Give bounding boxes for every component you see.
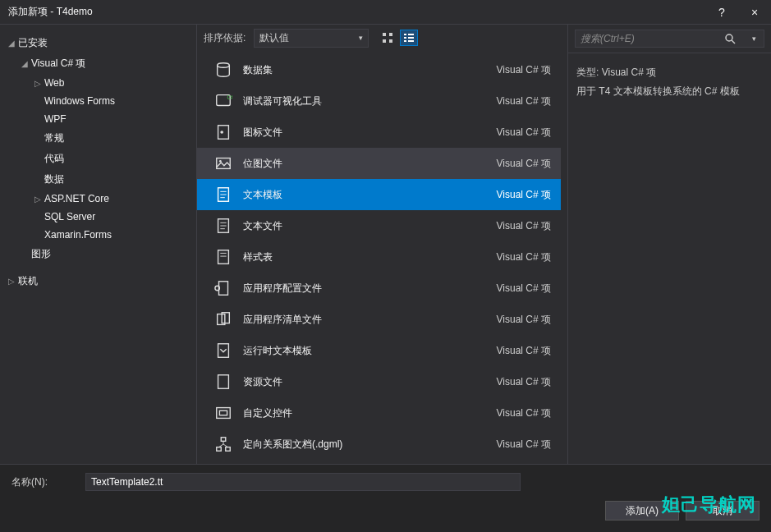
textfile-icon (210, 217, 236, 235)
dialog-footer: 名称(N): 添加(A) 取消 (0, 464, 771, 532)
template-suffix: Visual C# 项 (497, 94, 551, 108)
template-list[interactable]: 数据集Visual C# 项C#调试器可视化工具Visual C# 项图标文件V… (197, 51, 567, 464)
tree-label: Windows Forms (44, 95, 115, 107)
chevron-down-icon: ◢ (21, 59, 31, 68)
tree-visual-csharp[interactable]: ◢Visual C# 项 (0, 53, 196, 74)
template-item-appmanifest[interactable]: 应用程序清单文件Visual C# 项 (197, 304, 561, 335)
customctrl-icon (210, 404, 236, 422)
svg-rect-37 (217, 447, 222, 452)
close-button[interactable]: × (738, 0, 771, 25)
tree-label: 联机 (18, 274, 38, 288)
dataset-icon (210, 61, 236, 79)
list-icon (403, 32, 415, 44)
tree-wpf[interactable]: WPF (0, 110, 196, 128)
grid-icon (382, 32, 393, 44)
template-label: 位图文件 (243, 157, 497, 171)
svg-rect-35 (219, 410, 227, 415)
view-grid-button[interactable] (379, 30, 397, 46)
template-suffix: Visual C# 项 (497, 438, 551, 452)
tree-web[interactable]: ▷Web (0, 74, 196, 92)
svg-rect-8 (404, 40, 406, 42)
cancel-button[interactable]: 取消 (686, 501, 760, 521)
template-item-dbgviz[interactable]: C#调试器可视化工具Visual C# 项 (197, 85, 561, 117)
tree-online[interactable]: ▷联机 (0, 271, 196, 291)
view-mode-group (379, 30, 418, 46)
svg-point-14 (220, 131, 223, 134)
tree-aspnet[interactable]: ▷ASP.NET Core (0, 190, 196, 208)
tree-label: Visual C# 项 (31, 57, 85, 71)
tree-label: Web (44, 77, 64, 89)
window-title: 添加新项 - T4demo (8, 5, 705, 19)
template-label: 数据集 (243, 63, 497, 77)
iconfile-icon (210, 123, 236, 141)
bitmap-icon (210, 154, 236, 172)
stylesheet-icon (210, 248, 236, 266)
tree-general[interactable]: 常规 (0, 128, 196, 149)
search-box[interactable]: ▾ (575, 30, 764, 48)
help-button[interactable]: ? (705, 0, 738, 25)
type-value: Visual C# 项 (602, 66, 656, 78)
template-item-resource[interactable]: 资源文件Visual C# 项 (197, 366, 561, 397)
template-item-stylesheet[interactable]: 样式表Visual C# 项 (197, 241, 561, 273)
svg-rect-34 (217, 408, 231, 419)
sortby-value: 默认值 (259, 31, 289, 45)
template-item-runtimetext[interactable]: 运行时文本模板Visual C# 项 (197, 335, 561, 366)
appmanifest-icon (210, 310, 236, 328)
template-suffix: Visual C# 项 (497, 188, 551, 202)
tree-label: 常规 (44, 131, 64, 145)
template-suffix: Visual C# 项 (497, 219, 551, 233)
template-suffix: Visual C# 项 (497, 157, 551, 171)
template-description: 类型: Visual C# 项 用于 T4 文本模板转换系统的 C# 模板 (568, 53, 771, 111)
template-item-appconfig[interactable]: 应用程序配置文件Visual C# 项 (197, 273, 561, 304)
svg-rect-38 (226, 447, 231, 452)
search-input[interactable] (576, 33, 724, 44)
svg-rect-32 (218, 344, 229, 358)
tree-label: SQL Server (44, 211, 95, 222)
tree-sql[interactable]: SQL Server (0, 208, 196, 226)
sort-toolbar: 排序依据: 默认值 ▾ (197, 25, 567, 51)
template-suffix: Visual C# 项 (497, 344, 551, 358)
template-label: 应用程序配置文件 (243, 282, 497, 296)
svg-rect-36 (221, 438, 226, 442)
template-pane: 排序依据: 默认值 ▾ 数据集Visual C# 项C#调试器可视化工具Visu… (197, 25, 567, 464)
svg-line-43 (732, 40, 735, 44)
template-item-dataset[interactable]: 数据集Visual C# 项 (197, 54, 561, 85)
dropdown-arrow-icon[interactable]: ▾ (744, 34, 764, 43)
svg-point-42 (726, 34, 732, 41)
tree-label: 数据 (44, 172, 64, 186)
dialog-content: ◢已安装 ◢Visual C# 项 ▷Web Windows Forms WPF… (0, 25, 771, 464)
tree-label: Xamarin.Forms (44, 229, 112, 241)
template-suffix: Visual C# 项 (497, 126, 551, 140)
template-item-iconfile[interactable]: 图标文件Visual C# 项 (197, 117, 561, 148)
tree-xamarin[interactable]: Xamarin.Forms (0, 226, 196, 244)
template-label: 运行时文本模板 (243, 344, 497, 358)
sortby-dropdown[interactable]: 默认值 ▾ (254, 29, 369, 48)
name-row: 名称(N): (11, 473, 760, 491)
template-item-dgml[interactable]: 定向关系图文档(.dgml)Visual C# 项 (197, 429, 561, 460)
tree-graphics[interactable]: 图形 (0, 244, 196, 264)
tree-winforms[interactable]: Windows Forms (0, 92, 196, 110)
svg-text:C#: C# (227, 94, 232, 100)
template-item-textfile[interactable]: 文本文件Visual C# 项 (197, 210, 561, 241)
runtimetext-icon (210, 342, 236, 360)
appconfig-icon (210, 279, 236, 297)
template-item-bitmap[interactable]: 位图文件Visual C# 项 (197, 148, 561, 179)
search-row: ▾ (568, 25, 771, 53)
template-item-texttemplate[interactable]: 文本模板Visual C# 项 (197, 179, 561, 210)
template-item-customctrl[interactable]: 自定义控件Visual C# 项 (197, 397, 561, 429)
svg-rect-25 (218, 250, 229, 264)
search-icon[interactable] (724, 33, 744, 44)
add-button[interactable]: 添加(A) (605, 501, 679, 521)
svg-rect-1 (389, 33, 392, 36)
template-suffix: Visual C# 项 (497, 63, 551, 77)
tree-code[interactable]: 代码 (0, 149, 196, 169)
view-list-button[interactable] (400, 30, 418, 46)
svg-rect-3 (389, 39, 392, 43)
tree-label: WPF (44, 113, 67, 125)
tree-label: 已安装 (18, 36, 48, 50)
tree-data[interactable]: 数据 (0, 169, 196, 190)
template-suffix: Visual C# 项 (497, 250, 551, 264)
template-suffix: Visual C# 项 (497, 313, 551, 327)
tree-installed[interactable]: ◢已安装 (0, 33, 196, 53)
name-input[interactable] (85, 473, 521, 491)
